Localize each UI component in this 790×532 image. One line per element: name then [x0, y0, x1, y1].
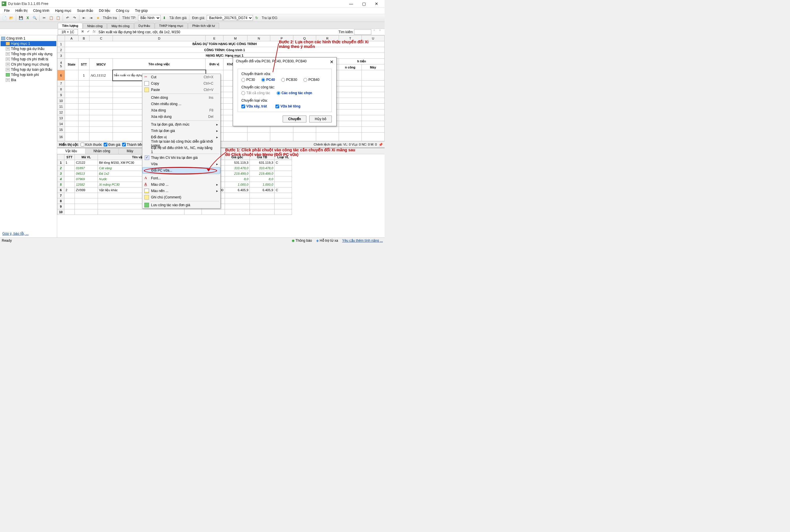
tab-nhan-cong[interactable]: Nhân công: [83, 23, 107, 28]
menu-file[interactable]: File: [1, 8, 13, 13]
status-thong-bao[interactable]: ◉ Thông báo: [292, 239, 312, 243]
ctx-tra-l-i-n-gi-nh-m-c[interactable]: Tra lại đơn giá, định mức: [142, 121, 220, 128]
close-button[interactable]: ✕: [370, 0, 383, 7]
menu-hien-thi[interactable]: Hiển thị: [13, 8, 30, 13]
menu-hang-muc[interactable]: Hạng mục: [52, 8, 74, 13]
tree-item[interactable]: Bìa: [1, 77, 56, 82]
convert-button[interactable]: Chuyển: [283, 115, 306, 122]
ctx-ghi-ch-comment-[interactable]: Ghi chú (Comment): [142, 194, 220, 201]
ctx-cut[interactable]: ✂CutCtrl+X: [142, 74, 220, 80]
subtab-may[interactable]: Máy: [119, 148, 142, 154]
cut-icon[interactable]: ✂: [41, 15, 47, 21]
chk-vua-xay[interactable]: Vữa xây, trát: [242, 104, 267, 108]
search-up-icon[interactable]: ˄: [372, 30, 377, 35]
maximize-button[interactable]: ▢: [358, 0, 370, 7]
radio-selected-tasks[interactable]: Các công tác chọn: [276, 91, 312, 95]
tree-item[interactable]: Tổng hợp chi phí xây dựng: [1, 52, 56, 57]
price-delta-stat: Chênh lệch đơn giá: VL: 0 VLp: 0 NC: 0 M…: [313, 143, 377, 147]
dialog-close-icon[interactable]: ✕: [330, 59, 333, 65]
price-label: Đơn giá:: [191, 16, 206, 20]
tree-item[interactable]: Tổng hợp dự toán gói thầu: [1, 67, 56, 72]
tree-item[interactable]: Tổng hợp kinh phí: [1, 72, 56, 77]
cancel-button[interactable]: Hủy bỏ: [309, 115, 332, 122]
radio-pcb30[interactable]: PCB30: [281, 78, 297, 82]
save-icon[interactable]: 💾: [18, 15, 24, 21]
search-down-icon[interactable]: ˅: [378, 30, 383, 35]
radio-pc30[interactable]: PC30: [242, 78, 255, 82]
minimize-button[interactable]: —: [345, 0, 358, 7]
ctx-t-nh-l-i-n-gi-[interactable]: Tính lại đơn giá: [142, 128, 220, 134]
ctx-l-u-c-ng-t-c-v-o-n-gi-[interactable]: Lưu công tác vào đơn giá: [142, 202, 220, 208]
ctx-v-a[interactable]: Vữa: [142, 161, 220, 167]
paste-icon[interactable]: 📋: [55, 15, 61, 21]
tab-tien-luong[interactable]: Tiên lượng: [58, 23, 82, 28]
province-select[interactable]: Bắc Ninh: [138, 15, 160, 21]
radio-pcb40[interactable]: PCB40: [304, 78, 319, 82]
subtab-nhan-cong[interactable]: Nhân công: [85, 148, 119, 154]
push-pin-icon[interactable]: 📌: [379, 143, 383, 147]
indent-left-icon[interactable]: ⇤: [81, 15, 87, 21]
search-input[interactable]: [354, 30, 371, 35]
new-icon[interactable]: 📄: [1, 15, 7, 21]
redo-icon[interactable]: ↷: [71, 15, 78, 21]
feedback-link[interactable]: Góp ý, báo lỗi, ...: [1, 230, 56, 237]
ctx-x-a-n-i-dung[interactable]: Xóa nội dungDel: [142, 114, 220, 120]
download-price-button[interactable]: Tải đơn giá: [168, 16, 188, 20]
grid-title: BẢNG DỰ TOÁN HẠNG MỤC CÔNG TRÌNH: [65, 41, 384, 47]
ctx--i-pc-v-a-[interactable]: Đổi PC vữa...: [142, 167, 220, 174]
price-select[interactable]: BacNinh_2017KS_DG748: [207, 15, 253, 21]
chk-don-gia[interactable]: Đơn giá: [104, 143, 120, 147]
fx-icon[interactable]: fx: [92, 30, 97, 35]
refresh-icon[interactable]: ↻: [253, 15, 260, 21]
ctx-m-u-n-n-[interactable]: Màu nền ...: [142, 188, 220, 194]
copy-icon[interactable]: 📋: [48, 15, 54, 21]
ctx-thay-t-n-cv-khi-tra-l-i-n-gi-[interactable]: Thay tên CV khi tra lại đơn giá: [142, 154, 220, 161]
excel-icon[interactable]: X: [24, 15, 31, 21]
cell-reference[interactable]: 1R × 1C: [58, 29, 78, 35]
tab-thkp[interactable]: THKP Hạng mục: [155, 23, 188, 28]
status-ho-tro[interactable]: ◈ Hỗ trợ từ xa: [316, 239, 338, 243]
tree-item[interactable]: Tổng hợp giá dự thầu: [1, 46, 56, 52]
radio-pc40[interactable]: PC40: [261, 78, 275, 82]
tree-item[interactable]: Tổng hợp chi phí thiết bị: [1, 57, 56, 62]
tab-du-thau[interactable]: Dự thầu: [134, 23, 154, 28]
formula-input[interactable]: Sản xuất và lắp dựng bê tông cọc, cột, đ…: [97, 29, 339, 35]
thamtra-button[interactable]: Thẩm tra: [102, 16, 118, 20]
tree-item[interactable]: Chi phí hạng mục chung: [1, 62, 56, 67]
subtab-vat-lieu[interactable]: Vật liệu: [57, 148, 85, 154]
confirm-icon[interactable]: ✔: [86, 30, 91, 35]
tree-hang-muc-1[interactable]: Hạng mục 1: [1, 41, 56, 46]
ctx-ch-n-nhi-u-d-ng-[interactable]: Chèn nhiều dòng ...: [142, 101, 220, 107]
ctx-copy[interactable]: CopyCtrl+C: [142, 80, 220, 87]
menu-cong-trinh[interactable]: Công trình: [30, 8, 52, 13]
menu-tro-giup[interactable]: Trợ giúp: [132, 8, 151, 13]
formula-bar: 1R × 1C ✖ ✔ fx Sản xuất và lắp dựng bê t…: [0, 29, 385, 35]
download-icon[interactable]: ⬇: [161, 15, 168, 21]
chk-kich-thuoc[interactable]: Kích thước: [80, 143, 102, 147]
request-feature-link[interactable]: Yêu cầu thêm tính năng ...: [342, 239, 383, 243]
chk-vua-be-tong[interactable]: Vữa bê tông: [275, 104, 300, 108]
menu-cong-cu[interactable]: Công cụ: [113, 8, 132, 13]
preview-icon[interactable]: 🔍: [32, 15, 38, 21]
lookup-price-button[interactable]: Tra lại ĐG: [261, 16, 278, 20]
indent-right-icon[interactable]: ⇥: [88, 15, 94, 21]
ctx-paste[interactable]: PasteCtrl+V: [142, 87, 220, 93]
ctx-font-[interactable]: AFont...: [142, 175, 220, 182]
ctx-m-u-ch-[interactable]: AMàu chữ ...: [142, 182, 220, 188]
undo-icon[interactable]: ↶: [64, 15, 71, 21]
ctx-x-a-d-ng[interactable]: Xóa dòngF8: [142, 107, 220, 114]
menu-soan-thao[interactable]: Soạn thảo: [74, 8, 96, 13]
chk-thanh-tien[interactable]: Thành tiền: [122, 143, 143, 147]
tab-phan-tich[interactable]: Phân tích vật tư: [188, 23, 219, 28]
star-icon[interactable]: ★: [95, 15, 101, 21]
cancel-icon[interactable]: ✖: [80, 30, 85, 35]
tab-may-thi-cong[interactable]: Máy thi công: [107, 23, 134, 28]
menu-du-lieu[interactable]: Dữ liệu: [96, 8, 113, 13]
open-icon[interactable]: 📂: [8, 15, 15, 21]
radio-all-tasks[interactable]: Tất cả công tác: [242, 91, 270, 95]
sheet-tabs: Tiên lượng Nhân công Máy thi công Dự thầ…: [0, 22, 385, 29]
ctx--t-h-s-i-u-ch-nh-vl-nc-m-y-b-ng-1[interactable]: Đặt hệ số điều chỉnh VL, NC, máy bằng 1: [142, 147, 220, 153]
tree-root[interactable]: Công trình 1: [1, 36, 56, 41]
ctx-ch-n-d-ng[interactable]: Chèn dòngIns: [142, 94, 220, 101]
window-title: Dự toán Eta 3.1.1.65 Free: [8, 2, 48, 6]
